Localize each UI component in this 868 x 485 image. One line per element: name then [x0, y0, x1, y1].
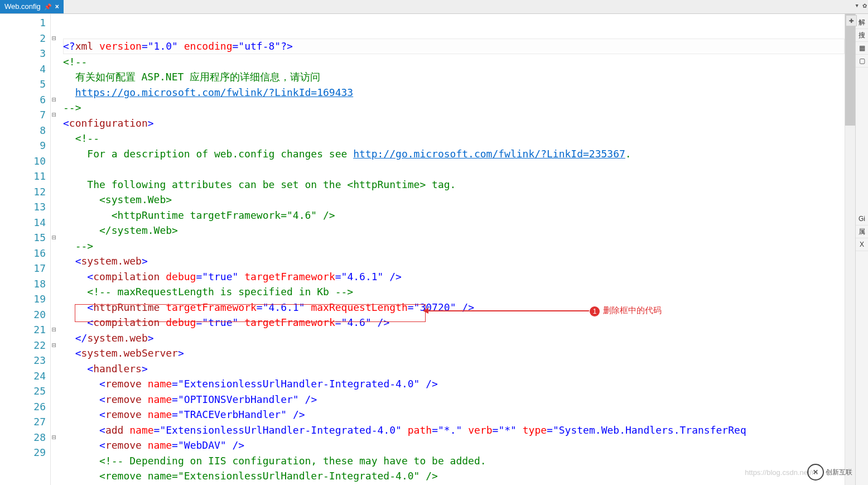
- rside-git[interactable]: Gi: [856, 213, 868, 225]
- line-number: 15: [0, 230, 50, 246]
- line-number: 7: [0, 107, 50, 123]
- code-line[interactable]: https://go.microsoft.com/fwlink/?LinkId=…: [63, 85, 845, 100]
- code-line[interactable]: <!--: [63, 54, 845, 70]
- fold-toggle: [51, 383, 63, 399]
- line-number: 14: [0, 215, 50, 231]
- line-number: 21: [0, 322, 50, 338]
- line-number: 23: [0, 353, 50, 368]
- nav-plus-icon[interactable]: ✚: [846, 15, 857, 26]
- fold-toggle: [51, 215, 63, 231]
- line-number: 19: [0, 291, 50, 307]
- fold-toggle: [51, 445, 63, 460]
- code-line[interactable]: <remove name="OPTIONSVerbHandler" />: [63, 392, 845, 407]
- line-number: 6: [0, 92, 50, 108]
- code-line[interactable]: [63, 161, 845, 177]
- line-number: 1: [0, 15, 50, 31]
- pin-icon[interactable]: 📌: [44, 0, 52, 13]
- editor-window: Web.config 📌 × ▾ ✿ ✚ 1234567891011121314…: [0, 0, 868, 485]
- code-line[interactable]: <httpRuntime targetFramework="4.6" />: [63, 208, 845, 223]
- fold-toggle: [51, 169, 63, 184]
- scrollbar-thumb[interactable]: [845, 14, 855, 126]
- fold-toggle: [51, 291, 63, 307]
- fold-toggle: [51, 399, 63, 415]
- code-line[interactable]: </system.web>: [63, 330, 845, 346]
- fold-toggle: [51, 261, 63, 276]
- fold-toggle: [51, 353, 63, 368]
- fold-toggle: [51, 184, 63, 200]
- line-number: 24: [0, 368, 50, 384]
- fold-toggle: [51, 307, 63, 323]
- fold-toggle[interactable]: ⊟: [51, 107, 63, 123]
- code-line[interactable]: <compilation debug="true" targetFramewor…: [63, 269, 845, 285]
- gear-icon[interactable]: ✿: [862, 1, 867, 9]
- fold-toggle[interactable]: ⊟: [51, 31, 63, 46]
- line-number: 12: [0, 184, 50, 200]
- code-line[interactable]: <remove name="ExtensionlessUrlHandler-In…: [63, 376, 845, 392]
- close-icon[interactable]: ×: [55, 0, 59, 13]
- fold-toggle: [51, 276, 63, 292]
- code-line[interactable]: <system.web>: [63, 253, 845, 269]
- fold-toggle: [51, 153, 63, 169]
- code-line[interactable]: <system.webServer>: [63, 345, 845, 361]
- fold-toggle[interactable]: ⊟: [51, 338, 63, 353]
- code-line[interactable]: <httpRuntime targetFramework="4.6.1" max…: [63, 300, 845, 315]
- code-line[interactable]: <configuration>: [63, 116, 845, 131]
- line-number: 25: [0, 383, 50, 399]
- vertical-scrollbar[interactable]: [845, 14, 855, 485]
- fold-toggle[interactable]: ⊟: [51, 430, 63, 445]
- code-line[interactable]: <!-- Depending on IIS configuration, the…: [63, 453, 845, 469]
- rside-icon1[interactable]: ▦: [856, 42, 868, 55]
- code-line[interactable]: <handlers>: [63, 361, 845, 377]
- line-number: 10: [0, 153, 50, 169]
- code-line[interactable]: <!--: [63, 131, 845, 146]
- line-number: 3: [0, 46, 50, 61]
- line-number: 22: [0, 338, 50, 353]
- fold-toggle: [51, 368, 63, 384]
- logo-icon: ✕: [807, 464, 824, 481]
- code-line[interactable]: <system.Web>: [63, 192, 845, 208]
- code-line[interactable]: For a description of web.config changes …: [63, 146, 845, 162]
- fold-toggle[interactable]: ⊟: [51, 92, 63, 108]
- fold-toggle: [51, 138, 63, 153]
- line-number: 16: [0, 246, 50, 261]
- code-line[interactable]: <remove name="ExtensionlessUrlHandler-In…: [63, 468, 845, 484]
- fold-toggle: [51, 76, 63, 92]
- line-number: 11: [0, 169, 50, 184]
- code-line[interactable]: <add name="ExtensionlessUrlHandler-Integ…: [63, 422, 845, 438]
- fold-toggle: [51, 246, 63, 261]
- code-line[interactable]: <!-- maxRequestLength is specified in Kb…: [63, 284, 845, 300]
- fold-toggle: [51, 15, 63, 31]
- code-line[interactable]: The following attributes can be set on t…: [63, 177, 845, 193]
- tab-bar: Web.config 📌 × ▾ ✿: [0, 0, 868, 14]
- line-number: 28: [0, 430, 50, 445]
- line-number: 27: [0, 414, 50, 430]
- fold-toggle: [51, 199, 63, 215]
- code-line[interactable]: <?xml version="1.0" encoding="utf-8"?>: [63, 39, 845, 54]
- code-line[interactable]: </system.Web>: [63, 223, 845, 238]
- tab-title: Web.config: [4, 0, 41, 13]
- chevron-down-icon[interactable]: ▾: [855, 1, 859, 9]
- line-number: 26: [0, 399, 50, 415]
- rside-prop[interactable]: 属: [856, 225, 868, 238]
- fold-toggle: [51, 414, 63, 430]
- fold-toggle[interactable]: ⊟: [51, 322, 63, 338]
- editor-body: 1234567891011121314151617181920212223242…: [0, 14, 868, 485]
- line-number: 17: [0, 261, 50, 276]
- rside-icon2[interactable]: ▢: [856, 55, 868, 68]
- line-number: 4: [0, 61, 50, 77]
- code-line[interactable]: -->: [63, 238, 845, 254]
- fold-toggle: [51, 123, 63, 138]
- code-line[interactable]: 有关如何配置 ASP.NET 应用程序的详细信息，请访问: [63, 69, 845, 85]
- tab-web-config[interactable]: Web.config 📌 ×: [0, 0, 64, 13]
- rside-solution[interactable]: 解: [856, 16, 868, 29]
- code-area[interactable]: <?xml version="1.0" encoding="utf-8"?><!…: [63, 14, 845, 485]
- rside-xml[interactable]: X: [856, 238, 868, 251]
- code-line[interactable]: <remove name="TRACEVerbHandler" />: [63, 407, 845, 422]
- code-line[interactable]: <remove name="WebDAV" />: [63, 438, 845, 453]
- fold-toggle[interactable]: ⊟: [51, 230, 63, 246]
- line-number: 18: [0, 276, 50, 292]
- code-line[interactable]: -->: [63, 100, 845, 116]
- code-line[interactable]: <compilation debug="true" targetFramewor…: [63, 315, 845, 330]
- rside-search[interactable]: 搜: [856, 29, 868, 42]
- annotation-text: 删除框中的代码: [603, 305, 662, 316]
